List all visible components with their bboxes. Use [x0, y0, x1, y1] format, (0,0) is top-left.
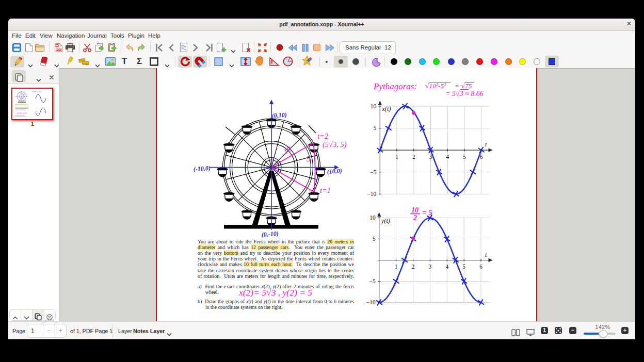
svg-text:10: 10 [369, 215, 376, 221]
svg-text:1: 1 [394, 264, 397, 270]
svg-text:t=2: t=2 [317, 132, 328, 140]
svg-text:5: 5 [462, 264, 465, 270]
svg-text:y(t): y(t) [380, 217, 390, 224]
svg-text:(5√3, 5): (5√3, 5) [323, 140, 347, 149]
svg-text:10: 10 [411, 206, 418, 214]
svg-text:x(2)=5√3: x(2)=5√3 [17, 112, 27, 114]
svg-text:√10²-5²: √10²-5² [425, 82, 446, 90]
svg-text:= 5√3 ≈ 8.66: = 5√3 ≈ 8.66 [445, 90, 484, 97]
svg-text:−5: −5 [369, 278, 375, 284]
svg-text:10: 10 [370, 103, 376, 109]
svg-text:6: 6 [479, 264, 482, 270]
svg-text:4: 4 [445, 264, 448, 270]
svg-text:(-10,0): (-10,0) [193, 164, 211, 173]
svg-text:Pyth. = 8.6: Pyth. = 8.6 [33, 90, 42, 93]
svg-text:= 5: = 5 [422, 208, 432, 217]
svg-text:t: t [485, 251, 487, 258]
svg-text:−10: −10 [367, 191, 376, 197]
svg-text:5: 5 [372, 236, 375, 242]
svg-text:2: 2 [411, 264, 414, 270]
svg-text:Pythagoras:: Pythagoras: [373, 81, 417, 91]
svg-text:10: 10 [282, 144, 293, 156]
svg-text:(10,0): (10,0) [327, 167, 342, 175]
svg-text:5: 5 [373, 125, 376, 131]
svg-text:t: t [485, 141, 487, 148]
svg-text:4: 4 [446, 154, 449, 160]
svg-text:2: 2 [412, 154, 415, 160]
svg-text:PDF: PDF [56, 48, 61, 51]
svg-text:(0,-10): (0,-10) [261, 230, 279, 238]
svg-text:= √75: = √75 [455, 82, 472, 90]
svg-text:3: 3 [428, 264, 431, 270]
svg-text:−10: −10 [366, 299, 375, 305]
svg-text:5: 5 [307, 155, 311, 163]
svg-text:5: 5 [463, 154, 466, 160]
svg-text:(0,10): (0,10) [271, 111, 287, 120]
svg-text:x(t): x(t) [381, 105, 391, 112]
svg-text:−5: −5 [370, 169, 376, 175]
svg-text:t=1: t=1 [320, 186, 331, 194]
svg-text:2: 2 [413, 214, 417, 222]
svg-text:1: 1 [395, 154, 398, 160]
